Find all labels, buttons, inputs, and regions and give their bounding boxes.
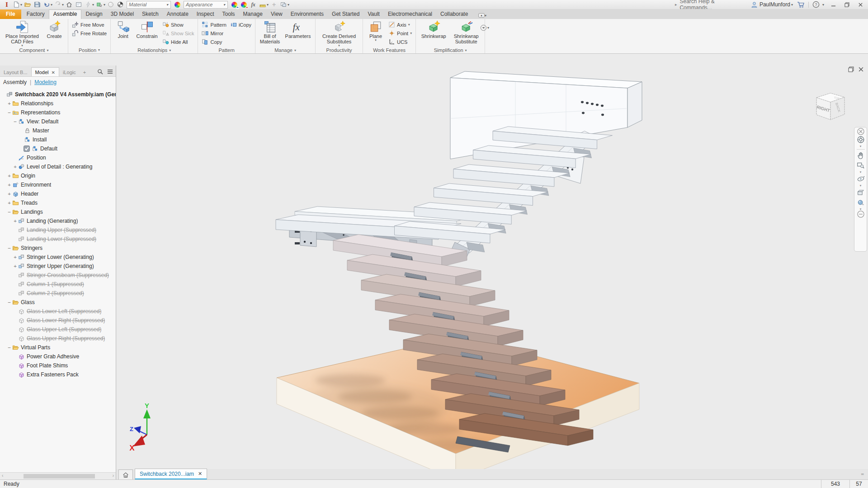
measure-caret-icon[interactable]: ▾ [267,3,269,7]
doc-windows-caret-icon[interactable]: ▾ [288,3,289,7]
expander-minus-icon[interactable]: − [7,110,12,116]
ribbon-tab-assemble[interactable]: Assemble [49,9,82,19]
close-button[interactable] [855,1,865,8]
help-caret-icon[interactable]: ▾ [822,3,824,7]
ribbon-overflow[interactable]: ▾ [480,24,490,31]
tree-item-extra-fasteners-pack[interactable]: Extra Fasteners Pack [0,370,116,379]
tab-bar-grip[interactable]: ＝ [860,471,864,478]
ribbon-tab-inspect[interactable]: Inspect [193,9,218,19]
doc-restore-icon[interactable] [848,66,854,72]
ribbon-tab-manage[interactable]: Manage [239,9,267,19]
panel-overflow-caret-icon[interactable]: ▾ [487,26,489,30]
material-combo-caret-icon[interactable]: ▾ [166,3,168,7]
expander-minus-icon[interactable]: − [7,300,12,305]
minimize-button[interactable] [828,1,838,8]
material-sphere-button[interactable] [106,1,115,9]
tree-item-glass-lower-right-suppressed[interactable]: Glass Lower Right (Suppressed) [0,316,116,325]
ribbon-tab-factory[interactable]: Factory [23,9,49,19]
shrinkwrap-button[interactable]: Shrinkwrap [418,20,449,47]
search-expand-icon[interactable]: ▸ [675,2,677,7]
joint-button[interactable]: Joint [113,20,133,47]
material-wheel-button[interactable] [116,1,125,9]
save-button[interactable] [33,1,42,9]
home-dashboard-tab[interactable] [118,469,133,480]
hide-all-button[interactable]: Hide All [160,38,196,46]
ribbon-tab-vault[interactable]: Vault [363,9,383,19]
expander-plus-icon[interactable]: + [13,263,18,269]
appearance-wheel-button[interactable] [173,1,182,9]
tree-item-stringer-upper-generating[interactable]: +Stringer Upper (Generating) [0,262,116,271]
ribbon-collapse-icon[interactable]: ▴ [478,13,485,18]
pattern-button[interactable]: Pattern [200,20,228,29]
tree-item-landing-lower-suppressed[interactable]: Landing Lower (Suppressed) [0,235,116,244]
tree-item-treads[interactable]: +Treads [0,198,116,207]
tree-item-stringers[interactable]: −Stringers [0,244,116,253]
appearance-combo[interactable]: Appearance▾ [184,1,228,9]
scroll-thumb[interactable] [24,474,95,479]
ribbon-tab-tools[interactable]: Tools [218,9,239,19]
zoom-window-caret-icon[interactable]: ▾ [860,170,862,174]
ribbon-tab-collaborate[interactable]: Collaborate [436,9,472,19]
pan-hand-button[interactable] [856,150,866,160]
graphics-viewport[interactable]: Y Z X RIGHT BACK TOP ▾▾▾▾ [116,54,868,469]
browser-hscrollbar[interactable]: ‹ › [0,472,116,480]
tree-item-level-of-detail-generating[interactable]: +Level of Detail : Generating [0,162,116,171]
browser-tab-close-icon[interactable]: ✕ [52,70,55,75]
tab-close-icon[interactable]: ✕ [198,471,202,477]
point-button[interactable]: Point▾ [387,29,414,38]
panel-label-productivity[interactable]: Productivity [316,47,363,53]
viewcube[interactable]: RIGHT BACK TOP [816,93,844,120]
navigation-bar[interactable]: ▾▾▾▾ [854,127,867,252]
tree-item-landings[interactable]: −Landings [0,207,116,216]
expander-minus-icon[interactable]: − [7,345,12,351]
point-caret-icon[interactable]: ▾ [410,31,412,35]
account-menu[interactable]: PaulMunford ▾ [751,1,793,8]
expander-plus-icon[interactable]: + [7,101,12,107]
place-imported-cad-files-caret-icon[interactable]: ▾ [21,44,23,47]
ucs-button[interactable]: UCS [387,38,414,46]
tree-item-master[interactable]: Master [0,126,116,135]
ribbon-tab-get-started[interactable]: Get Started [328,9,363,19]
expander-plus-icon[interactable]: + [7,173,12,179]
measure-button[interactable] [258,1,267,9]
panel-overflow-icon[interactable] [480,24,487,31]
tree-item-install[interactable]: Install [0,135,116,144]
tree-item-position[interactable]: Position [0,153,116,162]
panel-label-simplification[interactable]: Simplification▾ [416,47,485,53]
expander-plus-icon[interactable]: + [7,191,12,197]
expander-minus-icon[interactable]: − [7,245,12,251]
search-icon[interactable] [97,69,103,75]
inventor-logo-button[interactable]: I [2,1,11,9]
ribbon-tab-environments[interactable]: Environments [287,9,328,19]
ribbon-tab-sketch[interactable]: Sketch [138,9,163,19]
component-select-caret-icon[interactable]: ▾ [104,3,105,7]
ilogic-trigger-button[interactable] [84,1,93,9]
tree-item-stringer-crossbeam-suppressed[interactable]: Stringer Crossbeam (Suppressed) [0,271,116,280]
appearance-combo-caret-icon[interactable]: ▾ [223,3,225,7]
open-file-button[interactable] [23,1,32,9]
ribbon-tab-file[interactable]: File [0,9,21,19]
show-sick-button[interactable]: Show Sick [160,29,196,38]
manage-panel-caret-icon[interactable]: ▾ [294,48,296,52]
mirror-button[interactable]: Mirror [200,29,228,38]
add-button[interactable]: + [269,1,278,9]
zoom-window-button[interactable] [856,160,866,170]
component-select-button[interactable] [95,1,104,9]
new-file-caret-icon[interactable]: ▾ [20,3,22,7]
free-move-button[interactable]: Free Move [70,20,108,29]
look-at-button[interactable] [856,188,866,197]
axis-caret-icon[interactable]: ▾ [408,23,410,27]
new-file-button[interactable] [12,1,21,9]
free-rotate-button[interactable]: Free Rotate [70,29,108,38]
undo-caret-icon[interactable]: ▾ [51,3,52,7]
redo-button[interactable] [53,1,62,9]
tree-item-default[interactable]: Default [0,144,116,153]
undo-button[interactable] [42,1,51,9]
plane-button[interactable]: Plane▾ [365,20,387,47]
tree-item-glass-lower-left-suppressed[interactable]: Glass Lower Left (Suppressed) [0,307,116,316]
home-button[interactable] [65,1,74,9]
restore-button[interactable] [842,1,852,8]
relationships-panel-caret-icon[interactable]: ▾ [169,48,171,52]
expander-plus-icon[interactable]: + [13,218,18,224]
tree-item-glass-upper-left-suppressed[interactable]: Glass Upper Left (Suppressed) [0,325,116,334]
